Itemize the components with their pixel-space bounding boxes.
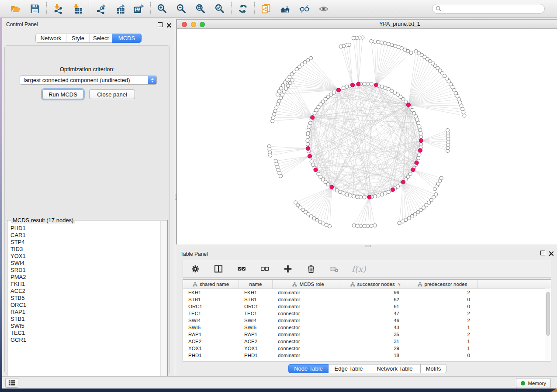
import-table-button[interactable] (72, 3, 83, 14)
mcds-result-item[interactable]: RAP1 (10, 309, 160, 316)
task-history-button[interactable] (5, 378, 18, 388)
table-row[interactable]: STB1STB1dominator620 (183, 296, 551, 303)
cell-MCDS-role: connector (273, 311, 344, 316)
delete-column-button[interactable] (305, 263, 317, 275)
deselect-all-button[interactable] (259, 263, 270, 275)
tab-motifs[interactable]: Motifs (421, 364, 446, 373)
mcds-result-item[interactable]: ACE2 (10, 288, 160, 295)
show-details-button[interactable] (318, 3, 329, 14)
tab-network[interactable]: Network (35, 34, 66, 43)
leaf-nodes[interactable] (267, 36, 466, 228)
cell-name: ACE2 (239, 339, 273, 344)
mcds-result-item[interactable]: GCR1 (10, 337, 160, 344)
column-header-filler (478, 280, 551, 289)
float-panel-icon[interactable] (158, 22, 163, 27)
split-view-button[interactable] (213, 263, 224, 275)
export-network-button[interactable] (95, 3, 106, 14)
node-table: shared namenameMCDS rolesuccessor nodes∨… (183, 279, 551, 361)
mcds-result-item[interactable]: TID3 (10, 246, 160, 253)
import-network-button[interactable] (52, 3, 64, 14)
mcds-result-item[interactable]: STP4 (10, 239, 160, 246)
tab-mcds[interactable]: MCDS (112, 34, 142, 43)
zoom-out-button[interactable] (176, 3, 187, 14)
hide-details-icon (299, 3, 310, 14)
tab-network-table[interactable]: Network Table (369, 364, 421, 373)
close-panel-button[interactable]: Close panel (89, 89, 135, 99)
table-row[interactable]: RAP1RAP1dominator352 (183, 331, 551, 338)
add-column-button[interactable] (282, 263, 294, 275)
table-row[interactable]: SWI5SWI5connector431 (183, 324, 551, 331)
table-row[interactable]: PHD1PHD1dominator180 (183, 352, 551, 359)
horizontal-splitter-handle[interactable] (365, 245, 371, 247)
cell-shared-name: PHD1 (183, 353, 239, 358)
table-row[interactable]: SWI4SWI4dominator462 (183, 317, 551, 324)
criterion-dropdown[interactable]: largest connected component (undirected) (20, 76, 157, 85)
network-graph[interactable] (177, 29, 557, 244)
refresh-button[interactable] (237, 3, 249, 14)
column-header-MCDS-role[interactable]: MCDS role (273, 280, 344, 289)
mcds-result-item[interactable]: TEC1 (10, 330, 160, 337)
mcds-result-item[interactable]: SWI5 (10, 323, 160, 330)
function-builder-button[interactable]: f(x) (352, 264, 366, 274)
column-header-shared-name[interactable]: shared name (183, 280, 239, 289)
first-neighbors-button[interactable] (280, 3, 291, 14)
table-row[interactable]: ORC1ORC1dominator610 (183, 303, 551, 310)
memory-button[interactable]: Memory (516, 378, 551, 388)
delete-table-button[interactable] (329, 263, 340, 275)
table-row[interactable]: TEC1TEC1connector472 (183, 310, 551, 317)
horizontal-splitter[interactable] (176, 244, 557, 248)
select-all-button[interactable] (236, 263, 247, 275)
tab-node-table[interactable]: Node Table (288, 364, 329, 373)
control-panel: Control Panel NetworkStyleSelectMCDS Opt… (2, 18, 174, 376)
column-header-name[interactable]: name (239, 280, 273, 289)
table-row[interactable]: YOX1YOX1connector291 (183, 345, 551, 352)
add-column-icon (283, 264, 293, 274)
mcds-result-item[interactable]: YOX1 (10, 253, 160, 260)
mcds-result-item[interactable]: STB1 (10, 316, 160, 323)
network-canvas[interactable] (177, 29, 557, 244)
export-network-icon (95, 3, 106, 14)
cell-successor-nodes: 29 (344, 346, 407, 351)
mcds-result-list[interactable]: PHD1CAR1STP4TID3YOX1SWI4SRD1PMA2FKH1ACE2… (8, 222, 160, 382)
column-header-predecessor-nodes[interactable]: predecessor nodes (407, 280, 478, 289)
table-scrollbar[interactable] (545, 289, 551, 361)
mcds-result-item[interactable]: PHD1 (10, 225, 160, 232)
table-scrollbar-thumb[interactable] (546, 292, 550, 336)
zoom-out-icon (176, 3, 187, 14)
open-folder-button[interactable] (10, 3, 21, 14)
export-image-button[interactable] (133, 3, 145, 14)
search-input[interactable] (432, 4, 545, 14)
zoom-selected-button[interactable] (214, 3, 225, 14)
export-table-button[interactable] (114, 3, 125, 14)
cell-MCDS-role: connector (273, 339, 344, 344)
cell-MCDS-role: dominator (273, 290, 344, 295)
save-button[interactable] (29, 3, 41, 14)
table-panel: Table Panel f(x) shared namenameMCDS rol… (176, 248, 557, 376)
clone-network-button[interactable] (260, 3, 272, 14)
mcds-result-item[interactable]: PMA2 (10, 274, 160, 281)
settings-button[interactable] (190, 263, 201, 275)
zoom-in-button[interactable] (156, 3, 168, 14)
mcds-result-scrollbar[interactable] (160, 221, 167, 382)
mcds-result-item[interactable]: SWI4 (10, 260, 160, 267)
mcds-result-item[interactable]: CAR1 (10, 232, 160, 239)
close-table-panel-icon[interactable] (549, 250, 554, 255)
hide-details-button[interactable] (299, 3, 310, 14)
column-header-successor-nodes[interactable]: successor nodes∨ (344, 280, 407, 289)
mcds-result-item[interactable]: SRD1 (10, 267, 160, 274)
tab-edge-table[interactable]: Edge Table (329, 364, 369, 373)
mcds-result-item[interactable]: ORC1 (10, 302, 160, 309)
cell-name: YOX1 (239, 346, 273, 351)
tab-style[interactable]: Style (66, 34, 90, 43)
open-folder-icon (10, 3, 21, 14)
mcds-result-item[interactable]: STB5 (10, 295, 160, 302)
mcds-result-item[interactable]: FKH1 (10, 281, 160, 288)
table-row[interactable]: FKH1FKH1dominator962 (183, 289, 551, 296)
zoom-fit-button[interactable] (195, 3, 206, 14)
table-row[interactable]: ACE2ACE2connector311 (183, 338, 551, 345)
network-view-titlebar[interactable]: YPA_prune.txt_1 (177, 19, 557, 29)
tab-select[interactable]: Select (90, 34, 112, 43)
close-panel-icon[interactable] (166, 22, 172, 27)
run-mcds-button[interactable]: Run MCDS (42, 89, 83, 99)
float-table-panel-icon[interactable] (540, 251, 545, 255)
